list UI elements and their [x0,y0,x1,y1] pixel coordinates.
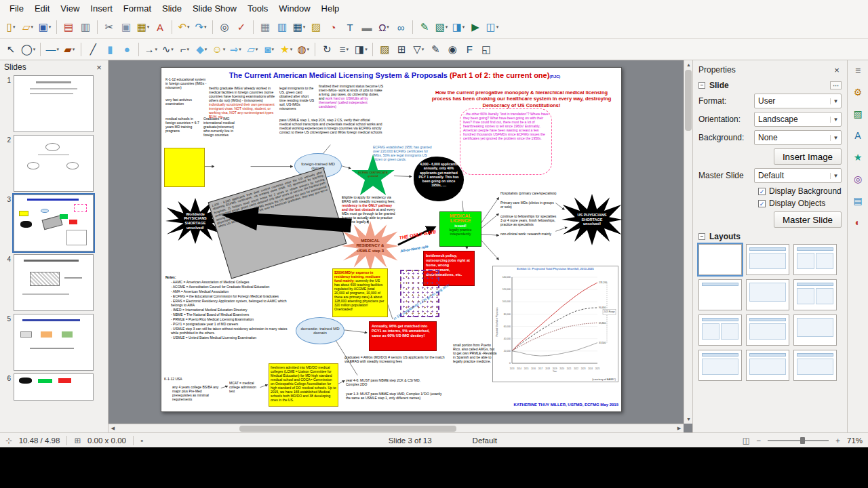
symbol-shapes-icon[interactable]: ☺▾ [210,41,226,58]
navigator-tab[interactable]: ◎ [850,171,865,186]
close-icon[interactable]: × [832,65,842,75]
checkbox-checked-icon[interactable]: ✓ [758,188,766,195]
layout-option-title-content[interactable] [746,244,789,275]
insert-line-icon[interactable]: ╱ [85,41,101,58]
ellipse-icon[interactable]: ● [119,41,135,58]
flowchart-shapes-icon[interactable]: ▱▾ [244,41,260,58]
insert-chart-icon[interactable]: ◔ [325,18,341,36]
slide-thumb-canvas-selected[interactable] [14,195,94,251]
notes-block[interactable]: Notes: - AAMC = American Association of … [165,275,292,340]
3d-objects-icon[interactable]: ◍▾ [295,41,311,58]
display-grid-icon[interactable]: ▦ [257,18,273,36]
layout-option-title-only[interactable] [698,279,742,310]
rectangle-icon[interactable]: ▮ [102,41,118,58]
menu-edit[interactable]: Edit [29,1,55,16]
note-mcat[interactable]: MCAT = medical college admission test [229,381,260,393]
slide-thumbnail-3[interactable]: 3 [0,193,108,253]
checkbox-checked-icon[interactable]: ✓ [758,200,766,207]
insert-special-character-icon[interactable]: Ω▾ [376,18,392,36]
filter-icon[interactable]: ▽▾ [410,41,427,58]
show-draw-functions-icon[interactable]: ✎ [416,18,433,36]
menu-insert[interactable]: Insert [85,1,118,16]
sidebar-settings-tab[interactable]: ≡ [850,63,865,78]
fill-style-icon[interactable]: ▰▾ [61,41,77,58]
insert-hyperlink-icon[interactable]: ∞ [393,18,409,36]
arrange-icon[interactable]: ◨▾ [353,41,369,58]
insert-slide-icon[interactable]: ▧▾ [433,18,450,36]
chevron-down-icon[interactable]: ▼ [830,98,841,104]
align-objects-icon[interactable]: ≡▾ [336,41,352,58]
close-icon[interactable]: × [94,62,104,73]
zoom-level[interactable]: 71% [847,436,863,445]
ellipse-domestic-trained[interactable]: domestic- trained MD domain [296,317,344,344]
menu-file[interactable]: File [4,1,29,16]
note-k12-foreign[interactable]: K-1-12 educational system in foreign cou… [165,77,208,89]
fit-slide-icon[interactable]: ◫ [743,436,750,445]
physician-shortfall-chart[interactable]: Exhibit 11: Projected Total Physician Sh… [492,266,618,382]
new-document-icon[interactable]: ▯▾ [3,18,19,36]
note-pass-usmle[interactable]: pass USMLE step 1, step 2CK, step 2 CS, … [279,118,382,134]
master-slides-tab[interactable]: ▤ [850,193,865,208]
chevron-down-icon[interactable]: ▼ [830,135,841,141]
background-select[interactable]: None ▼ [754,130,842,145]
slide-thumb-canvas[interactable] [14,373,94,401]
scroll-left-icon[interactable]: ◀ [108,424,117,433]
medical-licence-box[interactable]: MEDICAL LICENCE issued! legally practice… [439,211,481,247]
callout-shapes-icon[interactable]: ◙▾ [261,41,277,58]
note-fast-exam[interactable]: very fast antivirus examination [165,98,194,106]
slide-thumb-canvas[interactable] [14,254,94,311]
menu-help[interactable]: Help [316,1,345,16]
curve-icon[interactable]: ∿▾ [159,41,176,58]
slide-transition-tab[interactable]: ◐ [850,215,865,230]
zoom-slider-thumb[interactable] [800,437,805,444]
points-icon[interactable]: ✎ [427,41,443,58]
slide-thumbnail-4[interactable]: 4 [0,253,108,312]
scroll-up-icon[interactable]: ▲ [684,60,692,69]
red-heading-text[interactable]: How the current prerogative monopoly & h… [429,89,614,108]
export-pdf-icon[interactable]: ▤ [60,18,77,36]
slide-canvas-area[interactable]: The Current American Medical Licensing S… [108,60,692,432]
spelling-icon[interactable]: ✓ [233,18,250,36]
display-background-checkbox[interactable]: ✓ Display Background [758,186,842,196]
zoom-slider[interactable] [768,440,829,441]
connector-icon[interactable]: ⌐▾ [176,41,193,58]
undo-icon[interactable]: ↶▾ [176,18,192,36]
line-ends-arrow-icon[interactable]: →▾ [142,41,159,58]
yellow-box-medical-schools[interactable] [164,148,205,187]
line-style-icon[interactable]: —▾ [44,41,60,58]
yellow-box-expense[interactable]: $200K/MD/yr expense in residency trainin… [332,268,388,317]
gallery-tab[interactable]: ▨ [850,106,865,121]
collapse-icon[interactable]: − [698,233,705,240]
pink-cloud-callout[interactable]: ...the other 60% literally "lost in tran… [460,108,552,175]
display-objects-checkbox[interactable]: ✓ Display Objects [758,199,842,208]
note-freshly-graduate[interactable]: freshly graduate IMGs/ already worked in… [209,86,277,119]
horizontal-scroll-thumb[interactable] [239,426,456,432]
chevron-down-icon[interactable]: ▼ [830,117,841,123]
menu-format[interactable]: Format [118,1,157,16]
zoom-in-icon[interactable]: + [835,436,840,445]
select-icon[interactable]: ↖ [3,41,19,58]
note-puerto-rico[interactable]: small portion from Puerto Rico, also cal… [453,343,498,363]
clone-formatting-icon[interactable]: A [152,18,168,36]
note-year-1-3[interactable]: year 1-3: MUST pass NBME step VMD, Compl… [346,392,442,400]
note-k12-usa[interactable]: K-1-12 USA [164,377,186,381]
orientation-select[interactable]: Landscape ▼ [754,112,842,127]
layout-option-title-four-content[interactable] [746,314,789,346]
cut-icon[interactable]: ✂ [101,18,117,36]
layout-option-title-two-content[interactable] [793,244,837,275]
insert-text-box-icon[interactable]: T [342,18,358,36]
note-college[interactable]: any 4 years college BS/BA any major plus… [172,385,221,401]
layout-option-two-content-right[interactable] [698,314,742,346]
author-credit[interactable]: KATHERINE THUY MILLER, USFMD, ECFMG May … [496,403,618,407]
scroll-down-icon[interactable]: ▼ [684,415,692,424]
start-slideshow-icon[interactable]: ▶ [467,18,484,36]
save-icon[interactable]: ▣▾ [37,18,53,36]
vertical-scroll-thumb[interactable] [685,70,692,131]
note-year-4-6[interactable]: year 4-6: MUST pass NBME step 2CK & CS/ … [346,378,422,386]
crop-image-icon[interactable]: ⊞ [393,41,410,58]
redo-icon[interactable]: ↷▾ [193,18,209,36]
layout-option-content-only[interactable] [793,314,837,346]
master-slide-select[interactable]: Default ▼ [754,168,842,183]
slide-thumbnail-1[interactable]: 1 [0,74,108,134]
animation-tab[interactable]: ★ [850,150,865,165]
